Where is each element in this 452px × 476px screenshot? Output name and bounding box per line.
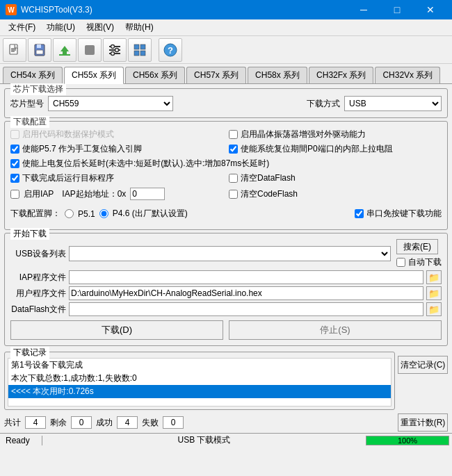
toolbar-stop[interactable] <box>78 38 102 62</box>
cb-protect-label: 启用代码和数据保护模式 <box>22 129 114 140</box>
cb-run-after-label: 下载完成后运行目标程序 <box>22 172 114 184</box>
svg-rect-18 <box>140 44 145 49</box>
menu-file[interactable]: 文件(F) <box>3 20 41 35</box>
cb-iap-label: 启用IAP <box>24 188 54 200</box>
config-group: 下载配置 启用代码和数据保护模式 启用晶体振荡器增强对外驱动能力 使能P5.7 … <box>4 121 448 230</box>
iap-addr-label: IAP起始地址：0x <box>62 188 126 200</box>
cb-clear-dataflash[interactable] <box>229 174 238 183</box>
fail-label: 失败 <box>142 417 159 429</box>
stop-button[interactable]: 停止(S) <box>229 320 442 340</box>
tab-ch32vx[interactable]: CH32Vx 系列 <box>375 67 440 83</box>
iap-addr-input[interactable] <box>130 188 165 200</box>
usb-device-select[interactable] <box>69 246 391 261</box>
remain-label: 剩余 <box>50 417 67 429</box>
cb-pullup[interactable] <box>229 145 238 154</box>
cb-serial-dl[interactable] <box>355 209 364 218</box>
iap-file-label: IAP程序文件 <box>10 272 66 284</box>
user-file-browse[interactable]: 📁 <box>426 286 442 300</box>
cb-longdelay-label: 使能上电复位后长延时(未选中:短延时(默认).选中:增加87ms长延时) <box>22 158 269 170</box>
title-text: WCHISPTool(V3.3) <box>21 5 92 15</box>
toolbar-save[interactable] <box>28 38 51 62</box>
tab-ch55x[interactable]: CH55x 系列 <box>64 67 124 84</box>
cb-auto-download-label: 自动下载 <box>408 256 442 268</box>
iap-file-browse[interactable]: 📁 <box>426 270 442 284</box>
cb-clear-codeflash[interactable] <box>229 190 238 199</box>
tab-ch56x[interactable]: CH56x 系列 <box>125 67 185 83</box>
tab-ch58x[interactable]: CH58x 系列 <box>248 67 307 83</box>
cb-protect[interactable] <box>10 130 19 139</box>
toolbar-new[interactable] <box>3 38 26 62</box>
cb-pullup-label: 使能系统复位期間P0端口的内部上拉电阻 <box>241 143 393 155</box>
svg-rect-20 <box>140 51 145 56</box>
dataflash-file-input[interactable] <box>69 302 423 316</box>
config-group-label: 下载配置 <box>10 116 49 128</box>
log-group-label: 下载记录 <box>10 347 49 359</box>
clear-log-button[interactable]: 清空记录(C) <box>398 356 448 374</box>
svg-rect-8 <box>63 51 67 54</box>
chip-type-select[interactable]: CH559 <box>48 96 173 111</box>
radio-p46[interactable] <box>99 209 108 218</box>
stats-row: 共计 剩余 成功 失败 重置计数(R) <box>4 413 448 432</box>
cb-p57-label: 使能P5.7 作为手工复位输入引脚 <box>22 143 142 155</box>
toolbar-grid[interactable] <box>128 38 152 62</box>
cb-clear-dataflash-label: 清空DataFlash <box>241 172 296 184</box>
menu-function[interactable]: 功能(U) <box>41 20 81 35</box>
iap-file-input[interactable] <box>69 270 423 284</box>
close-button[interactable]: ✕ <box>414 0 446 19</box>
radio-p51[interactable] <box>65 209 74 218</box>
cb-iap[interactable] <box>10 190 19 199</box>
fail-input[interactable] <box>163 416 184 429</box>
toolbar-config[interactable] <box>103 38 127 62</box>
cb-p57[interactable] <box>10 145 19 154</box>
success-input[interactable] <box>117 416 138 429</box>
toolbar-help[interactable]: ? <box>159 38 182 62</box>
tab-bar: CH54x 系列 CH55x 系列 CH56x 系列 CH57x 系列 CH58… <box>0 64 452 84</box>
tab-ch54x[interactable]: CH54x 系列 <box>3 67 63 83</box>
svg-rect-5 <box>37 44 41 48</box>
svg-rect-0 <box>10 44 17 54</box>
dataflash-file-browse[interactable]: 📁 <box>426 302 442 316</box>
total-input[interactable] <box>25 416 46 429</box>
main-content: 芯片下载选择 芯片型号 CH559 下载方式 USB 下载配置 启用代码和数据保… <box>0 88 452 432</box>
log-buttons: 清空记录(C) <box>398 349 448 374</box>
download-group-label: 开始下载 <box>10 228 49 240</box>
download-group: 开始下载 USB设备列表 搜索(E) 自动下载 IAP程序文件 📁 <box>4 233 448 346</box>
svg-rect-19 <box>134 51 139 56</box>
log-group: 下载记录 第1号设备下载完成 本次下载总数:1,成功数:1,失败数:0 <<<<… <box>4 352 395 410</box>
cb-serial-dl-label: 串口免按键下载功能 <box>366 208 442 220</box>
tab-ch57x[interactable]: CH57x 系列 <box>186 67 246 83</box>
svg-text:?: ? <box>168 44 173 55</box>
cb-run-after[interactable] <box>10 174 19 183</box>
status-bar: Ready USB 下载模式 100% <box>0 433 452 447</box>
dataflash-file-label: DataFlash文件 <box>10 304 66 315</box>
user-file-input[interactable] <box>69 286 423 300</box>
download-method-select[interactable]: USB <box>344 96 442 111</box>
remain-input[interactable] <box>71 416 92 429</box>
search-button[interactable]: 搜索(E) <box>396 239 438 254</box>
log-line-1: 第1号设备下载完成 <box>8 359 391 372</box>
log-list[interactable]: 第1号设备下载完成 本次下载总数:1,成功数:1,失败数:0 <<<< 本次用时… <box>8 358 392 407</box>
cb-auto-download[interactable] <box>396 258 405 267</box>
cb-crystal-label: 启用晶体振荡器增强对外驱动能力 <box>241 129 366 140</box>
status-pct: 100% <box>366 436 449 445</box>
cb-crystal[interactable] <box>229 130 238 139</box>
svg-rect-6 <box>36 50 43 54</box>
cb-longdelay[interactable] <box>10 159 19 168</box>
radio-p51-label: P5.1 <box>78 209 95 219</box>
minimize-button[interactable]: ─ <box>348 0 380 19</box>
radio-p46-label: P4.6 (出厂默认设置) <box>113 208 188 220</box>
svg-rect-17 <box>134 44 139 49</box>
maximize-button[interactable]: □ <box>381 0 413 19</box>
menu-help[interactable]: 帮助(H) <box>120 20 159 35</box>
tab-ch32fx[interactable]: CH32Fx 系列 <box>309 67 373 83</box>
svg-rect-10 <box>85 45 95 55</box>
reset-count-button[interactable]: 重置计数(R) <box>398 413 448 432</box>
toolbar-download[interactable] <box>53 38 76 62</box>
svg-point-15 <box>115 48 119 51</box>
download-method-label: 下载方式 <box>307 98 340 110</box>
download-button[interactable]: 下载(D) <box>10 320 223 340</box>
toolbar: ? <box>0 36 452 64</box>
success-label: 成功 <box>96 417 113 429</box>
menu-view[interactable]: 视图(V) <box>81 20 120 35</box>
status-ready: Ready <box>0 436 42 445</box>
